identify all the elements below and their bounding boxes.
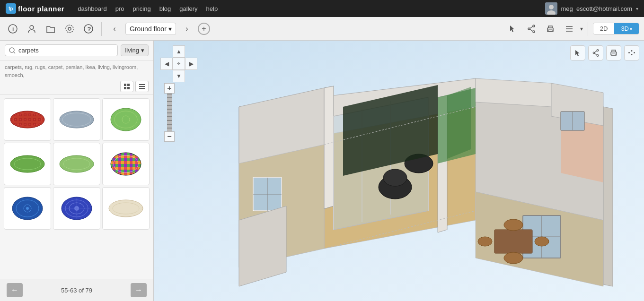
- svg-marker-101: [239, 206, 286, 286]
- nav-gallery[interactable]: gallery: [179, 5, 197, 12]
- list-item[interactable]: [4, 98, 51, 141]
- svg-rect-26: [139, 86, 145, 87]
- canvas-cursor-button[interactable]: [570, 45, 585, 60]
- options-button[interactable]: [561, 21, 577, 37]
- svg-point-35: [111, 108, 141, 131]
- print-button[interactable]: [542, 21, 558, 37]
- canvas-area[interactable]: ▲ ◀ ✛ ▶ ▼ + −: [154, 41, 644, 301]
- search-input[interactable]: [18, 47, 114, 54]
- svg-rect-23: [124, 87, 126, 89]
- view-3d-button[interactable]: 3D▾: [614, 23, 639, 34]
- list-view-button[interactable]: [135, 81, 149, 92]
- zoom-in-button[interactable]: +: [164, 83, 175, 94]
- svg-point-3: [549, 5, 554, 9]
- svg-point-104: [593, 52, 595, 54]
- svg-rect-25: [139, 84, 145, 85]
- pagination: ← 55-63 of 79 →: [0, 279, 153, 301]
- user-avatar: [545, 2, 557, 15]
- svg-text:fp: fp: [9, 6, 13, 11]
- zoom-out-button[interactable]: −: [164, 131, 175, 142]
- info-button[interactable]: i: [5, 21, 21, 37]
- share-button[interactable]: [523, 21, 539, 37]
- category-dropdown[interactable]: living ▾: [121, 44, 149, 56]
- pagination-next-button[interactable]: →: [131, 283, 147, 297]
- cursor-tool-button[interactable]: [504, 21, 520, 37]
- svg-point-91: [535, 237, 549, 246]
- settings-button[interactable]: [62, 21, 78, 37]
- svg-marker-87: [447, 87, 471, 159]
- nav-dashboard[interactable]: dashboard: [78, 5, 106, 12]
- floor-selector[interactable]: Ground floor ▾: [125, 23, 176, 35]
- canvas-print-button[interactable]: [606, 45, 621, 60]
- list-item[interactable]: [102, 98, 150, 141]
- 3d-floor-plan: [192, 69, 618, 296]
- canvas-share-button[interactable]: [588, 45, 603, 60]
- help-button[interactable]: ?: [80, 21, 97, 37]
- navigation-arrows: ▲ ◀ ✛ ▶ ▼: [160, 45, 197, 82]
- logo-icon: fp: [6, 3, 16, 14]
- add-floor-icon: +: [202, 25, 206, 33]
- user-button[interactable]: [24, 21, 40, 37]
- add-floor-button[interactable]: +: [198, 23, 210, 35]
- list-item[interactable]: [102, 143, 150, 185]
- svg-marker-69: [603, 107, 613, 286]
- nav-blog[interactable]: blog: [159, 5, 171, 12]
- list-item[interactable]: [53, 98, 100, 141]
- svg-rect-21: [124, 84, 126, 86]
- svg-line-106: [595, 53, 597, 55]
- logo[interactable]: fp floor planner: [6, 3, 64, 14]
- svg-rect-18: [548, 30, 552, 31]
- list-item[interactable]: [53, 143, 100, 185]
- tags-row: carpets, rug, rugs, carpet, persian, ike…: [0, 60, 153, 95]
- search-input-wrapper: [5, 44, 118, 56]
- pagination-prev-button[interactable]: ←: [7, 283, 23, 297]
- pan-right-button[interactable]: ▶: [185, 58, 197, 70]
- svg-rect-89: [494, 230, 532, 253]
- category-label: living: [125, 47, 139, 54]
- pan-down-button[interactable]: ▼: [173, 70, 185, 82]
- svg-point-33: [60, 111, 94, 128]
- list-item[interactable]: [53, 187, 100, 230]
- nav-prev-button[interactable]: ‹: [106, 21, 123, 37]
- nav-pro[interactable]: pro: [115, 5, 124, 12]
- svg-point-102: [597, 50, 599, 52]
- canvas-options-button[interactable]: [624, 45, 639, 60]
- svg-text:?: ?: [88, 26, 91, 33]
- folder-button[interactable]: [43, 21, 59, 37]
- user-dropdown-chevron[interactable]: ▾: [636, 6, 638, 11]
- list-item[interactable]: [4, 143, 51, 185]
- svg-point-31: [10, 111, 44, 128]
- prev-icon: ←: [11, 286, 18, 294]
- nav-next-button[interactable]: ›: [179, 21, 195, 37]
- svg-point-12: [533, 25, 535, 27]
- svg-line-16: [530, 29, 533, 31]
- svg-line-20: [14, 52, 15, 53]
- pagination-info: 55-63 of 79: [61, 287, 92, 294]
- toolbar-options-chevron[interactable]: ▾: [580, 26, 583, 32]
- canvas-background: [154, 41, 644, 301]
- grid-view-button[interactable]: [120, 81, 133, 92]
- nav-help[interactable]: help: [206, 5, 218, 12]
- right-canvas-toolbar: [570, 45, 639, 60]
- main-layout: living ▾ carpets, rug, rugs, carpet, per…: [0, 41, 644, 301]
- svg-rect-22: [127, 84, 130, 86]
- pan-left-button[interactable]: ◀: [160, 58, 173, 70]
- svg-point-47: [111, 153, 141, 175]
- list-item[interactable]: [102, 187, 150, 230]
- left-panel: living ▾ carpets, rug, rugs, carpet, per…: [0, 41, 154, 301]
- view-3d-chevron[interactable]: ▾: [630, 26, 632, 32]
- pan-center-button[interactable]: ✛: [173, 58, 185, 70]
- svg-point-93: [504, 252, 523, 264]
- pan-up-button[interactable]: ▲: [173, 45, 185, 58]
- zoom-ruler: [167, 94, 172, 131]
- user-area[interactable]: meg_escott@hotmail.com ▾: [545, 2, 638, 15]
- svg-point-59: [109, 200, 143, 217]
- svg-point-13: [533, 31, 535, 33]
- search-bar: living ▾: [0, 41, 153, 60]
- svg-point-9: [66, 25, 73, 33]
- nav-pricing[interactable]: pricing: [132, 5, 150, 12]
- view-2d-button[interactable]: 2D: [593, 23, 615, 34]
- separator-2: [588, 22, 588, 36]
- svg-text:i: i: [12, 26, 14, 33]
- list-item[interactable]: [4, 187, 51, 230]
